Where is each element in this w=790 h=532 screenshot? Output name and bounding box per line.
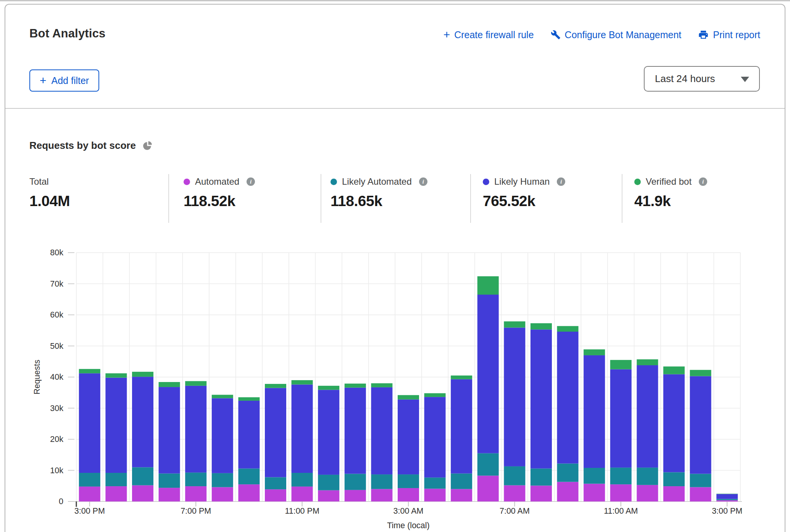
bar-segment [477, 476, 499, 501]
svg-text:11:00 PM: 11:00 PM [285, 506, 319, 516]
stat-divider [622, 174, 622, 223]
svg-text:3:00 PM: 3:00 PM [74, 506, 105, 516]
bar-segment [637, 468, 658, 485]
bar-segment [557, 332, 579, 464]
create-firewall-rule-link[interactable]: Create firewall rule [443, 29, 534, 40]
stat-likely-human-label: Likely Human [494, 176, 550, 187]
svg-text:30k: 30k [50, 404, 63, 413]
bar-segment [79, 373, 100, 473]
create-firewall-rule-label: Create firewall rule [454, 29, 534, 40]
bar-segment [371, 383, 392, 387]
bar-segment [398, 400, 419, 474]
plus-icon [443, 29, 450, 40]
bar-segment [504, 485, 525, 501]
bar-segment [424, 489, 446, 501]
svg-text:50k: 50k [50, 342, 63, 351]
svg-text:10k: 10k [50, 466, 63, 475]
bar-segment [451, 379, 472, 474]
bar-segment [584, 355, 605, 468]
requests-by-bot-score-chart[interactable]: 010k20k30k40k50k60k70k80k3:00 PM7:00 PM1… [0, 237, 790, 532]
bar-segment [292, 380, 313, 384]
verified-bot-legend-dot [634, 179, 641, 185]
stat-divider [470, 174, 471, 223]
bar-segment [610, 360, 632, 369]
bar-segment [159, 382, 180, 387]
stat-automated-label: Automated [195, 176, 239, 187]
bar-segment [345, 490, 366, 501]
svg-text:3:00 PM: 3:00 PM [712, 506, 742, 516]
bar-segment [105, 373, 127, 377]
likely-automated-legend-dot [331, 179, 337, 185]
bar-segment [185, 381, 206, 386]
bar-segment [398, 395, 419, 399]
bar-segment [265, 489, 286, 501]
svg-text:20k: 20k [50, 435, 63, 444]
print-report-label: Print report [713, 29, 760, 40]
bar-segment [132, 485, 153, 501]
window-top-edge [0, 0, 790, 1]
bar-segment [663, 486, 685, 501]
svg-text:7:00 PM: 7:00 PM [181, 506, 211, 516]
bar-segment [716, 494, 738, 499]
bar-segment [663, 374, 685, 472]
bar-segment [292, 385, 313, 473]
bar-segment [238, 484, 260, 501]
bar-segment [530, 469, 552, 486]
printer-icon [698, 29, 709, 40]
bar-segment [159, 488, 180, 501]
bar-segment [584, 484, 605, 501]
bar-segment [398, 488, 419, 501]
likely-human-legend-dot [483, 179, 489, 185]
bar-segment [265, 384, 286, 388]
bar-segment [105, 378, 127, 473]
automated-legend-dot [184, 179, 190, 185]
add-filter-button[interactable]: Add filter [29, 69, 99, 92]
bar-segment [477, 453, 499, 476]
bar-segment [292, 487, 313, 501]
bar-segment [504, 466, 525, 485]
bar-segment [610, 484, 632, 501]
bar-segment [105, 473, 127, 486]
stat-likely-automated-value: 118.65k [331, 193, 427, 210]
bar-segment [451, 489, 472, 501]
bar-segment [318, 386, 339, 390]
stat-automated-value: 118.52k [184, 193, 255, 210]
bar-segment [318, 475, 339, 490]
bar-segment [318, 490, 339, 501]
bar-segment [318, 390, 339, 474]
time-range-dropdown[interactable]: Last 24 hours [644, 66, 760, 92]
bar-segment [424, 397, 446, 477]
bar-segment [504, 321, 525, 327]
bar-segment [557, 482, 579, 501]
info-icon[interactable] [419, 177, 427, 186]
bar-segment [637, 365, 658, 468]
bar-segment [292, 473, 313, 487]
stat-total-label: Total [29, 176, 49, 187]
wrench-icon [551, 30, 561, 40]
stat-divider [321, 174, 321, 223]
bar-segment [185, 486, 206, 501]
info-icon[interactable] [557, 177, 565, 186]
pie-chart-icon [142, 140, 153, 151]
header-actions: Create firewall rule Configure Bot Manag… [443, 29, 760, 40]
bar-segment [132, 467, 153, 485]
bar-segment [663, 366, 685, 374]
bar-segment [716, 494, 738, 494]
section-title: Requests by bot score [29, 140, 153, 152]
stat-verified-bot-value: 41.9k [634, 193, 707, 210]
info-icon[interactable] [247, 177, 255, 186]
info-icon[interactable] [699, 177, 707, 186]
bar-segment [371, 489, 392, 501]
bar-segment [424, 477, 446, 488]
bar-segment [159, 387, 180, 474]
bar-segment [105, 486, 127, 501]
bar-segment [637, 485, 658, 501]
section-divider [5, 108, 785, 109]
stat-verified-bot-label: Verified bot [646, 176, 692, 187]
print-report-link[interactable]: Print report [698, 29, 760, 40]
stat-verified-bot: Verified bot 41.9k [634, 176, 707, 210]
svg-text:3:00 AM: 3:00 AM [393, 506, 424, 516]
bar-segment [212, 473, 233, 487]
bar-segment [265, 477, 286, 489]
configure-bot-management-link[interactable]: Configure Bot Management [551, 29, 682, 40]
